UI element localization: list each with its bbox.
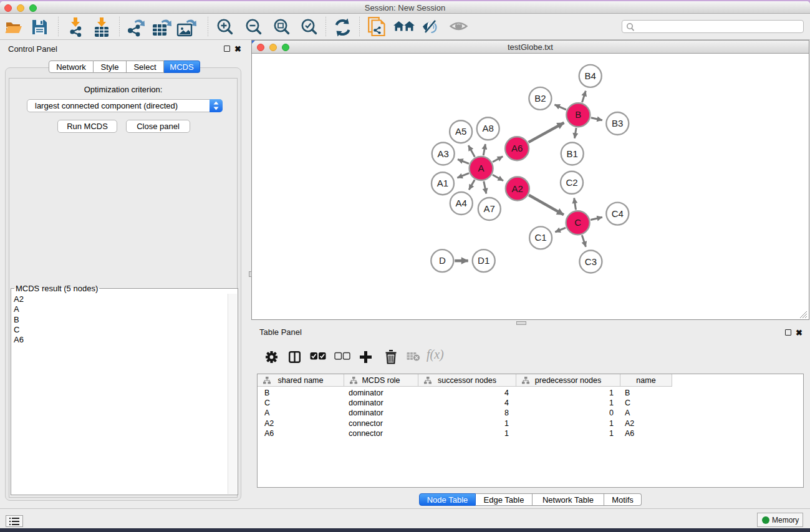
svg-text:D: D xyxy=(439,255,446,266)
svg-text:D1: D1 xyxy=(478,255,489,266)
svg-text:C3: C3 xyxy=(585,256,597,267)
svg-text:C1: C1 xyxy=(535,232,547,243)
svg-text:C4: C4 xyxy=(612,208,624,219)
svg-text:B3: B3 xyxy=(612,118,623,128)
svg-text:A7: A7 xyxy=(484,203,495,214)
svg-text:A6: A6 xyxy=(511,143,523,153)
svg-text:A4: A4 xyxy=(456,198,467,208)
svg-text:A8: A8 xyxy=(483,123,494,133)
svg-text:B1: B1 xyxy=(567,148,578,159)
svg-text:A1: A1 xyxy=(437,178,448,188)
svg-text:A3: A3 xyxy=(438,148,449,159)
svg-text:B: B xyxy=(575,109,581,120)
svg-text:A: A xyxy=(478,163,485,173)
svg-text:A5: A5 xyxy=(455,126,466,137)
svg-text:C: C xyxy=(574,217,581,228)
svg-text:B2: B2 xyxy=(534,93,546,104)
svg-text:B4: B4 xyxy=(585,70,596,81)
svg-text:C2: C2 xyxy=(566,177,577,188)
svg-text:A2: A2 xyxy=(512,183,523,194)
